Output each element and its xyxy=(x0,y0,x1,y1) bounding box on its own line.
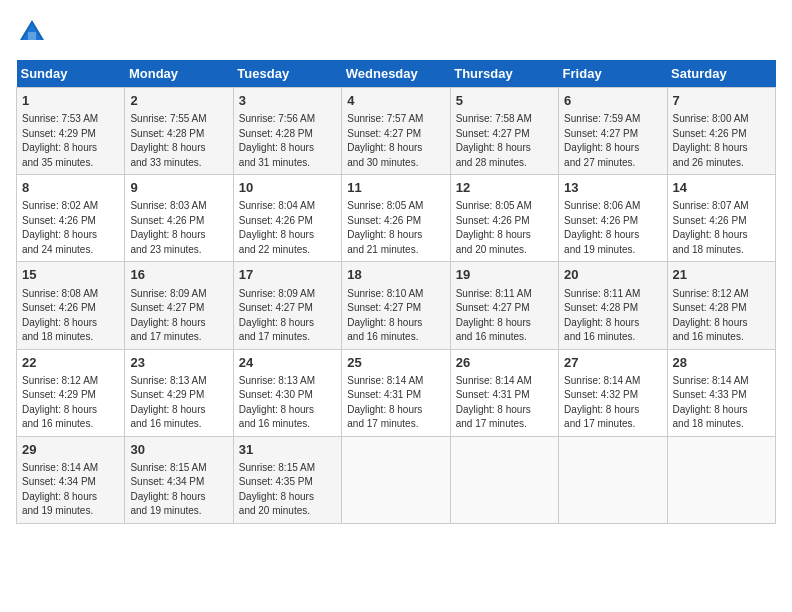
cell-info: Sunrise: 8:13 AM Sunset: 4:30 PM Dayligh… xyxy=(239,374,336,432)
calendar-cell: 24Sunrise: 8:13 AM Sunset: 4:30 PM Dayli… xyxy=(233,349,341,436)
calendar-cell: 25Sunrise: 8:14 AM Sunset: 4:31 PM Dayli… xyxy=(342,349,450,436)
cell-info: Sunrise: 7:53 AM Sunset: 4:29 PM Dayligh… xyxy=(22,112,119,170)
cell-info: Sunrise: 7:57 AM Sunset: 4:27 PM Dayligh… xyxy=(347,112,444,170)
calendar-body: 1Sunrise: 7:53 AM Sunset: 4:29 PM Daylig… xyxy=(17,88,776,524)
calendar-cell: 13Sunrise: 8:06 AM Sunset: 4:26 PM Dayli… xyxy=(559,175,667,262)
cell-info: Sunrise: 8:08 AM Sunset: 4:26 PM Dayligh… xyxy=(22,287,119,345)
calendar-cell: 18Sunrise: 8:10 AM Sunset: 4:27 PM Dayli… xyxy=(342,262,450,349)
calendar-week-2: 8Sunrise: 8:02 AM Sunset: 4:26 PM Daylig… xyxy=(17,175,776,262)
day-number: 29 xyxy=(22,441,119,459)
day-number: 27 xyxy=(564,354,661,372)
calendar-cell: 6Sunrise: 7:59 AM Sunset: 4:27 PM Daylig… xyxy=(559,88,667,175)
cell-info: Sunrise: 7:58 AM Sunset: 4:27 PM Dayligh… xyxy=(456,112,553,170)
calendar-cell: 12Sunrise: 8:05 AM Sunset: 4:26 PM Dayli… xyxy=(450,175,558,262)
day-number: 9 xyxy=(130,179,227,197)
calendar-cell: 27Sunrise: 8:14 AM Sunset: 4:32 PM Dayli… xyxy=(559,349,667,436)
day-number: 3 xyxy=(239,92,336,110)
calendar-cell: 19Sunrise: 8:11 AM Sunset: 4:27 PM Dayli… xyxy=(450,262,558,349)
day-number: 10 xyxy=(239,179,336,197)
calendar-cell: 17Sunrise: 8:09 AM Sunset: 4:27 PM Dayli… xyxy=(233,262,341,349)
calendar-cell: 26Sunrise: 8:14 AM Sunset: 4:31 PM Dayli… xyxy=(450,349,558,436)
calendar-cell xyxy=(559,436,667,523)
cell-info: Sunrise: 7:59 AM Sunset: 4:27 PM Dayligh… xyxy=(564,112,661,170)
calendar-cell: 22Sunrise: 8:12 AM Sunset: 4:29 PM Dayli… xyxy=(17,349,125,436)
calendar-cell: 11Sunrise: 8:05 AM Sunset: 4:26 PM Dayli… xyxy=(342,175,450,262)
day-number: 1 xyxy=(22,92,119,110)
calendar-cell: 10Sunrise: 8:04 AM Sunset: 4:26 PM Dayli… xyxy=(233,175,341,262)
cell-info: Sunrise: 8:13 AM Sunset: 4:29 PM Dayligh… xyxy=(130,374,227,432)
cell-info: Sunrise: 8:15 AM Sunset: 4:35 PM Dayligh… xyxy=(239,461,336,519)
day-number: 17 xyxy=(239,266,336,284)
day-number: 4 xyxy=(347,92,444,110)
calendar-cell xyxy=(667,436,775,523)
calendar-cell xyxy=(342,436,450,523)
calendar-cell: 16Sunrise: 8:09 AM Sunset: 4:27 PM Dayli… xyxy=(125,262,233,349)
calendar-cell: 3Sunrise: 7:56 AM Sunset: 4:28 PM Daylig… xyxy=(233,88,341,175)
logo-icon xyxy=(16,16,48,48)
calendar-cell: 9Sunrise: 8:03 AM Sunset: 4:26 PM Daylig… xyxy=(125,175,233,262)
day-number: 18 xyxy=(347,266,444,284)
day-number: 2 xyxy=(130,92,227,110)
calendar-cell: 2Sunrise: 7:55 AM Sunset: 4:28 PM Daylig… xyxy=(125,88,233,175)
day-number: 16 xyxy=(130,266,227,284)
cell-info: Sunrise: 7:56 AM Sunset: 4:28 PM Dayligh… xyxy=(239,112,336,170)
cell-info: Sunrise: 8:02 AM Sunset: 4:26 PM Dayligh… xyxy=(22,199,119,257)
cell-info: Sunrise: 7:55 AM Sunset: 4:28 PM Dayligh… xyxy=(130,112,227,170)
day-number: 30 xyxy=(130,441,227,459)
day-number: 25 xyxy=(347,354,444,372)
day-number: 11 xyxy=(347,179,444,197)
cell-info: Sunrise: 8:14 AM Sunset: 4:33 PM Dayligh… xyxy=(673,374,770,432)
cell-info: Sunrise: 8:12 AM Sunset: 4:28 PM Dayligh… xyxy=(673,287,770,345)
day-number: 5 xyxy=(456,92,553,110)
cell-info: Sunrise: 8:00 AM Sunset: 4:26 PM Dayligh… xyxy=(673,112,770,170)
column-header-tuesday: Tuesday xyxy=(233,60,341,88)
cell-info: Sunrise: 8:12 AM Sunset: 4:29 PM Dayligh… xyxy=(22,374,119,432)
calendar-header-row: SundayMondayTuesdayWednesdayThursdayFrid… xyxy=(17,60,776,88)
cell-info: Sunrise: 8:09 AM Sunset: 4:27 PM Dayligh… xyxy=(130,287,227,345)
cell-info: Sunrise: 8:14 AM Sunset: 4:31 PM Dayligh… xyxy=(456,374,553,432)
column-header-wednesday: Wednesday xyxy=(342,60,450,88)
calendar-cell: 20Sunrise: 8:11 AM Sunset: 4:28 PM Dayli… xyxy=(559,262,667,349)
column-header-monday: Monday xyxy=(125,60,233,88)
day-number: 13 xyxy=(564,179,661,197)
calendar-cell: 4Sunrise: 7:57 AM Sunset: 4:27 PM Daylig… xyxy=(342,88,450,175)
cell-info: Sunrise: 8:07 AM Sunset: 4:26 PM Dayligh… xyxy=(673,199,770,257)
svg-rect-2 xyxy=(28,32,36,40)
day-number: 28 xyxy=(673,354,770,372)
cell-info: Sunrise: 8:14 AM Sunset: 4:32 PM Dayligh… xyxy=(564,374,661,432)
column-header-thursday: Thursday xyxy=(450,60,558,88)
column-header-friday: Friday xyxy=(559,60,667,88)
calendar-cell: 5Sunrise: 7:58 AM Sunset: 4:27 PM Daylig… xyxy=(450,88,558,175)
calendar-week-3: 15Sunrise: 8:08 AM Sunset: 4:26 PM Dayli… xyxy=(17,262,776,349)
calendar-cell: 7Sunrise: 8:00 AM Sunset: 4:26 PM Daylig… xyxy=(667,88,775,175)
calendar-cell: 21Sunrise: 8:12 AM Sunset: 4:28 PM Dayli… xyxy=(667,262,775,349)
cell-info: Sunrise: 8:10 AM Sunset: 4:27 PM Dayligh… xyxy=(347,287,444,345)
calendar-cell: 28Sunrise: 8:14 AM Sunset: 4:33 PM Dayli… xyxy=(667,349,775,436)
logo xyxy=(16,16,52,48)
calendar-cell: 15Sunrise: 8:08 AM Sunset: 4:26 PM Dayli… xyxy=(17,262,125,349)
day-number: 23 xyxy=(130,354,227,372)
column-header-sunday: Sunday xyxy=(17,60,125,88)
column-header-saturday: Saturday xyxy=(667,60,775,88)
calendar-cell xyxy=(450,436,558,523)
day-number: 19 xyxy=(456,266,553,284)
cell-info: Sunrise: 8:11 AM Sunset: 4:27 PM Dayligh… xyxy=(456,287,553,345)
day-number: 14 xyxy=(673,179,770,197)
calendar-week-1: 1Sunrise: 7:53 AM Sunset: 4:29 PM Daylig… xyxy=(17,88,776,175)
calendar-cell: 1Sunrise: 7:53 AM Sunset: 4:29 PM Daylig… xyxy=(17,88,125,175)
cell-info: Sunrise: 8:05 AM Sunset: 4:26 PM Dayligh… xyxy=(456,199,553,257)
day-number: 12 xyxy=(456,179,553,197)
calendar-week-5: 29Sunrise: 8:14 AM Sunset: 4:34 PM Dayli… xyxy=(17,436,776,523)
day-number: 24 xyxy=(239,354,336,372)
calendar-week-4: 22Sunrise: 8:12 AM Sunset: 4:29 PM Dayli… xyxy=(17,349,776,436)
cell-info: Sunrise: 8:14 AM Sunset: 4:34 PM Dayligh… xyxy=(22,461,119,519)
calendar-cell: 30Sunrise: 8:15 AM Sunset: 4:34 PM Dayli… xyxy=(125,436,233,523)
calendar-table: SundayMondayTuesdayWednesdayThursdayFrid… xyxy=(16,60,776,524)
day-number: 7 xyxy=(673,92,770,110)
day-number: 26 xyxy=(456,354,553,372)
day-number: 21 xyxy=(673,266,770,284)
calendar-cell: 14Sunrise: 8:07 AM Sunset: 4:26 PM Dayli… xyxy=(667,175,775,262)
calendar-cell: 23Sunrise: 8:13 AM Sunset: 4:29 PM Dayli… xyxy=(125,349,233,436)
day-number: 15 xyxy=(22,266,119,284)
cell-info: Sunrise: 8:14 AM Sunset: 4:31 PM Dayligh… xyxy=(347,374,444,432)
